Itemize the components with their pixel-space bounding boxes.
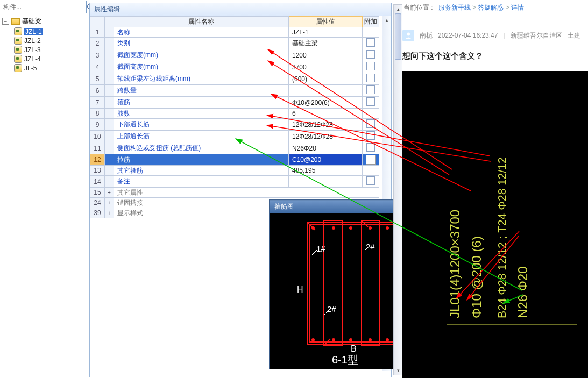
prop-addl[interactable] [363,166,379,176]
property-editor-panel: 属性编辑 属性名称 属性值 附加 1名称JZL-12类别基础主梁3截面宽度(mm… [89,3,392,377]
grid-row[interactable]: 1名称JZL-1 [90,27,379,38]
svg-text:H: H [297,285,303,294]
grid-row[interactable]: 6跨数量 [90,85,379,97]
prop-value[interactable]: Φ10@200(6) [289,97,363,109]
grid-row[interactable]: 14备注 [90,176,379,188]
prop-addl[interactable] [363,61,379,73]
col-value: 属性值 [289,17,363,27]
grid-row[interactable]: 10上部通长筋12Φ28/12Φ28 [90,131,379,142]
svg-point-21 [386,338,389,341]
scroll-up-icon[interactable]: ▲ [382,16,391,25]
prop-name: 侧面构造或受扭筋 (总配筋值) [114,142,289,154]
prop-value[interactable]: 12Φ28/12Φ28 [289,119,363,131]
grid-group-row[interactable]: 15+其它属性 [90,188,379,198]
prop-value[interactable]: JZL-1 [289,27,363,38]
checkbox[interactable] [366,131,375,140]
row-index: 14 [90,176,105,188]
prop-addl[interactable] [363,142,379,154]
post-user[interactable]: 南栀 [420,31,433,40]
prop-addl[interactable] [363,119,379,131]
scroll-down-icon[interactable]: ▾ [394,366,402,375]
prop-name: 上部通长筋 [114,131,289,142]
prop-value[interactable]: 基础主梁 [289,38,363,49]
cad-line-3: B24 Φ28 12/12 ; T24 Φ28 12/12 [495,157,508,318]
grid-row[interactable]: 8肢数6 [90,109,379,119]
post-time: 2022-07-04 16:23:47 [438,32,498,39]
prop-name: 名称 [114,27,289,38]
tree-item[interactable]: JZL-1 [0,27,83,36]
grid-header: 属性名称 属性值 附加 [90,17,379,27]
crumb-2[interactable]: 答疑解惑 [478,4,504,11]
checkbox[interactable] [366,176,375,185]
prop-addl[interactable] [363,97,379,109]
checkbox[interactable] [366,143,375,152]
row-index: 12 [90,154,105,166]
grid-row[interactable]: 5轴线距梁左边线距离(mm)(600) [90,73,379,85]
prop-addl[interactable] [363,131,379,142]
prop-value[interactable]: N26Φ20 [289,142,363,154]
component-icon [14,37,22,45]
cad-screenshot: JL01(4)1200×3700 Φ10 @200 (6) B24 Φ28 12… [402,71,588,378]
collapse-icon[interactable]: − [2,18,9,25]
tree-root[interactable]: − 基础梁 [0,16,83,27]
grid-row[interactable]: 4截面高度(mm)3700 [90,61,379,73]
avatar[interactable] [402,30,414,41]
prop-name: 类别 [114,38,289,49]
prop-value[interactable] [289,176,363,188]
checkbox[interactable] [366,62,375,70]
svg-text:B: B [351,344,357,353]
property-grid[interactable]: 属性名称 属性值 附加 1名称JZL-12类别基础主梁3截面宽度(mm)1200… [90,16,379,218]
prop-addl[interactable] [363,109,379,119]
row-index: 11 [90,142,105,154]
prop-value[interactable]: 6 [289,109,363,119]
grid-row[interactable]: 11侧面构造或受扭筋 (总配筋值)N26Φ20 [90,142,379,154]
scrollbar-thumb[interactable] [395,13,401,60]
prop-addl[interactable] [363,49,379,61]
viewport-scrollbar[interactable]: ▴ ▾ [393,4,403,375]
component-icon [14,27,22,35]
prop-value[interactable]: 485,195 [289,166,363,176]
prop-addl[interactable]: … [363,154,379,166]
post-region2: 土建 [568,31,580,40]
grid-row[interactable]: 3截面宽度(mm)1200 [90,49,379,61]
prop-addl[interactable] [363,176,379,188]
checkbox[interactable] [366,85,375,94]
tree-item[interactable]: JZL-4 [0,54,83,63]
prop-value[interactable]: 12Φ28/12Φ28 [289,131,363,142]
prop-value[interactable] [289,85,363,97]
prop-value[interactable]: (600) [289,73,363,85]
prop-value[interactable]: C10@200 [289,154,363,166]
checkbox[interactable] [366,74,375,82]
crumb-1[interactable]: 服务新干线 [438,4,471,11]
checkbox[interactable] [366,50,375,59]
scroll-up-icon[interactable]: ▴ [394,5,402,13]
folder-icon [11,18,20,25]
prop-addl[interactable] [363,73,379,85]
checkbox[interactable] [366,97,375,106]
prop-addl[interactable] [363,27,379,38]
tree-item[interactable]: JL-5 [0,63,83,73]
prop-addl[interactable] [363,85,379,97]
component-icon [14,64,22,72]
crumb-3[interactable]: 详情 [511,4,524,11]
search-input[interactable] [1,2,86,12]
prop-name: 截面宽度(mm) [114,49,289,61]
checkbox[interactable] [366,119,375,128]
grid-row[interactable]: 7箍筋Φ10@200(6) [90,97,379,109]
grid-row[interactable]: 2类别基础主梁 [90,38,379,49]
grid-row[interactable]: 9下部通长筋12Φ28/12Φ28 [90,119,379,131]
grid-row[interactable]: 13其它箍筋485,195 [90,166,379,176]
checkbox[interactable] [366,38,375,47]
expand-icon[interactable]: + [105,188,114,198]
tree-item[interactable]: JZL-3 [0,45,83,54]
ellipsis-button[interactable]: … [366,155,376,165]
svg-point-28 [407,33,410,36]
grid-row[interactable]: 12拉筋C10@200… [90,154,379,166]
expand-icon[interactable]: + [105,198,114,208]
tree-item[interactable]: JZL-2 [0,36,83,45]
prop-value[interactable]: 1200 [289,49,363,61]
svg-point-14 [369,226,372,230]
prop-addl[interactable] [363,38,379,49]
expand-icon[interactable]: + [105,208,114,218]
prop-value[interactable]: 3700 [289,61,363,73]
